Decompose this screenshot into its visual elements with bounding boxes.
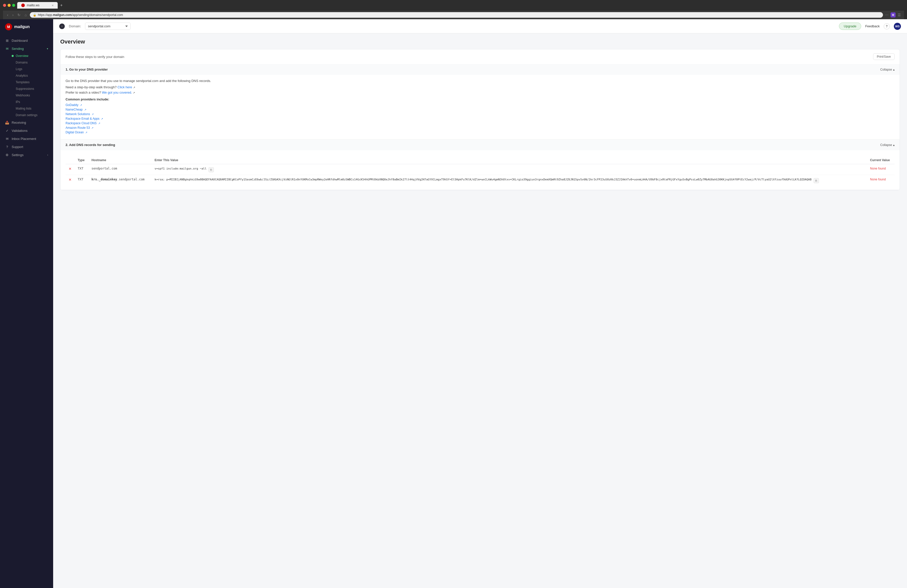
video-text: Prefer to watch a video? (66, 91, 101, 95)
domain-label: Domain: (69, 24, 81, 28)
lock-icon: 🔒 (33, 13, 37, 17)
help-icon: ? (5, 145, 9, 149)
mailgun-logo-icon: M (5, 23, 12, 30)
sidebar-item-inbox-placement[interactable]: ✉ Inbox Placement (0, 135, 53, 143)
row2-value-cell: k=rsa; p=MIIBIjANBgkqhkiG9w0BAQEFAAOCAQ8… (152, 175, 867, 186)
row1-error-icon: ✕ (66, 164, 75, 175)
url-bar[interactable]: 🔒 https://app.mailgun.com/app/sending/do… (30, 12, 883, 18)
active-dot (12, 55, 14, 57)
sidebar-templates-label: Templates (16, 80, 30, 84)
sidebar-item-ips[interactable]: IPs (0, 99, 53, 105)
step2-header: 2. Add DNS records for sending Collapse … (61, 139, 900, 150)
row2-current: None found (867, 175, 894, 186)
sidebar-item-dashboard[interactable]: ⊞ Dashboard (0, 37, 53, 45)
sidebar-item-mailing-lists[interactable]: Mailing lists (0, 105, 53, 112)
walkthrough-text: Need a step-by-step walk through? (66, 85, 117, 89)
row2-type: TXT (75, 175, 88, 186)
ext-link-icon: ↗ (91, 127, 93, 129)
forward-button[interactable]: › (11, 13, 15, 18)
click-here-link[interactable]: Click here (117, 85, 132, 89)
new-tab-button[interactable]: + (58, 2, 64, 9)
close-traffic-light[interactable] (3, 4, 6, 7)
step1-header: 1. Go to your DNS provider Collapse ▴ (61, 64, 900, 75)
mail-icon: ✉ (5, 137, 9, 141)
sidebar-item-validations[interactable]: ✓ Validations (0, 127, 53, 135)
chevron-up-icon: ▴ (893, 68, 894, 71)
sidebar-item-overview[interactable]: Overview (0, 53, 53, 59)
url-prefix: https://app. (38, 13, 53, 17)
provider-rackspace-email[interactable]: Rackspace Email & Apps ↗ (66, 117, 894, 120)
sidebar-item-receiving[interactable]: 📥 Receiving (0, 119, 53, 127)
sidebar-item-suppressions[interactable]: Suppressions (0, 85, 53, 92)
step2-collapse-label: Collapse (880, 143, 892, 147)
minimize-traffic-light[interactable] (8, 4, 11, 7)
provider-namecheap[interactable]: NameCheap ↗ (66, 108, 894, 111)
domain-select[interactable]: sendportal.com (85, 22, 131, 30)
sidebar-item-settings[interactable]: ⚙ Settings › (0, 151, 53, 159)
sidebar-item-domains[interactable]: Domains (0, 59, 53, 66)
row1-value-cell: v=spf1 include:mailgun.org ~all ⎘ (152, 164, 867, 175)
home-button[interactable]: ⌂ (24, 13, 27, 18)
avatar[interactable]: WS (894, 23, 901, 30)
sidebar-item-domain-settings[interactable]: Domain settings (0, 112, 53, 119)
ext-link-icon: ↗ (98, 122, 100, 125)
ext-link-icon-2: ↗ (133, 91, 135, 94)
provider-amazon-route53[interactable]: Amazon Route 53 ↗ (66, 126, 894, 130)
dns-table: Type Hostname Enter This Value Current V… (66, 156, 894, 186)
sidebar-suppressions-label: Suppressions (16, 87, 34, 91)
reload-button[interactable]: ↻ (16, 13, 21, 18)
provider-godaddy[interactable]: GoDaddy ↗ (66, 103, 894, 107)
sidebar-webhooks-label: Webhooks (16, 94, 30, 97)
sidebar-item-webhooks[interactable]: Webhooks (0, 92, 53, 99)
top-header: ‹ Domain: sendportal.com Upgrade Feedbac… (53, 19, 907, 34)
chevron-right-icon: › (47, 154, 48, 156)
inbox-icon: 📥 (5, 120, 9, 125)
step2-collapse-button[interactable]: Collapse ▴ (880, 143, 894, 147)
row1-hostname: sendportal.com (88, 164, 152, 175)
step1-walkthrough: Need a step-by-step walk through? Click … (66, 85, 894, 89)
menu-button[interactable]: ☰ (897, 13, 901, 17)
extensions-button[interactable]: ⋯ (885, 13, 889, 17)
provider-digital-ocean[interactable]: Digital Ocean ↗ (66, 131, 894, 134)
table-row: ✕ TXT sendportal.com v=spf1 include:mail… (66, 164, 894, 175)
content-body: Follow these steps to verify your domain… (53, 49, 907, 201)
col-hostname: Hostname (88, 156, 152, 164)
upgrade-button[interactable]: Upgrade (839, 22, 861, 30)
sidebar-item-templates[interactable]: Templates (0, 79, 53, 85)
step2-title: 2. Add DNS records for sending (66, 143, 115, 147)
step1-title: 1. Go to your DNS provider (66, 67, 108, 71)
sidebar-item-sending[interactable]: ✉ Sending ▾ (0, 45, 53, 53)
steps-header: Follow these steps to verify your domain… (61, 49, 900, 64)
step2-section: 2. Add DNS records for sending Collapse … (61, 139, 900, 190)
tab-close-button[interactable]: ✕ (51, 4, 54, 7)
sidebar-receiving-label: Receiving (12, 121, 48, 125)
provider-rackspace-cloud[interactable]: Rackspace Cloud DNS ↗ (66, 122, 894, 125)
ext-link-icon: ↗ (84, 108, 86, 111)
sidebar-item-support[interactable]: ? Support (0, 143, 53, 151)
providers-label: Common providers include: (66, 98, 894, 101)
sidebar-collapse-button[interactable]: ‹ (59, 24, 65, 29)
video-link[interactable]: We got you covered. (102, 91, 132, 95)
print-save-button[interactable]: Print/Save (873, 53, 894, 60)
step1-content: Go to the DNS provider that you use to m… (61, 75, 900, 139)
active-tab[interactable]: mailto.ws ✕ (17, 2, 58, 9)
maximize-traffic-light[interactable] (12, 4, 15, 7)
error-icon-2: ✕ (69, 178, 72, 182)
back-button[interactable]: ‹ (6, 13, 10, 18)
help-button[interactable]: ? (884, 23, 890, 29)
logo: M mailgun (0, 19, 53, 34)
copy-button-1[interactable]: ⎘ (208, 167, 214, 172)
col-current-value: Current Value (867, 156, 894, 164)
extension-icon: M (891, 13, 896, 18)
row1-current: None found (867, 164, 894, 175)
sidebar-item-logs[interactable]: Logs (0, 66, 53, 72)
sidebar-item-analytics[interactable]: Analytics (0, 72, 53, 79)
copy-button-2[interactable]: ⎘ (814, 178, 819, 183)
sidebar-overview-label: Overview (16, 54, 28, 58)
sidebar-validations-label: Validations (12, 129, 48, 133)
tab-title: mailto.ws (27, 3, 40, 7)
provider-network-solutions[interactable]: Network Solutions ↗ (66, 112, 894, 116)
step1-collapse-button[interactable]: Collapse ▴ (880, 68, 894, 71)
feedback-button[interactable]: Feedback (865, 24, 880, 28)
url-path: /app/sending/domains/sendportal.com (72, 13, 123, 17)
